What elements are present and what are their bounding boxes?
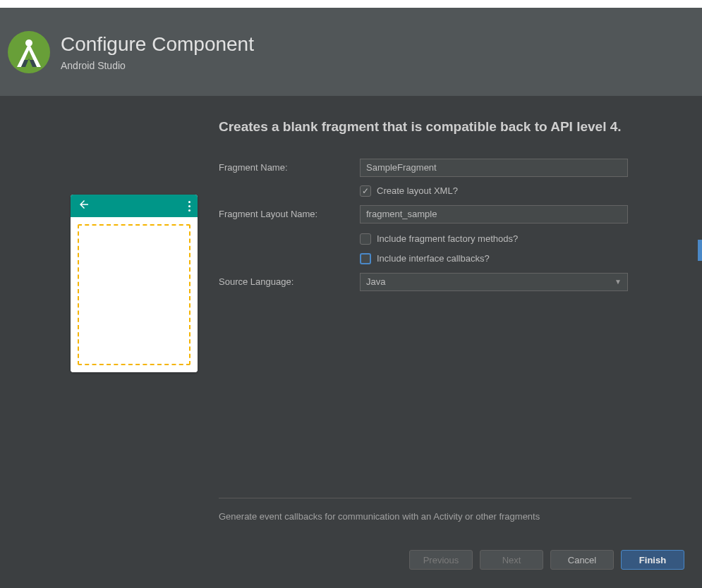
- svg-point-0: [8, 31, 50, 73]
- cancel-button[interactable]: Cancel: [550, 550, 614, 570]
- preview-body: [71, 217, 198, 372]
- right-edge-accent: [698, 240, 702, 261]
- fragment-name-input[interactable]: [360, 159, 628, 177]
- preview-column: [71, 117, 205, 540]
- form-column: Creates a blank fragment that is compati…: [205, 117, 631, 540]
- include-factory-row[interactable]: Include fragment factory methods?: [360, 233, 631, 245]
- finish-button[interactable]: Finish: [621, 550, 684, 570]
- fragment-name-label: Fragment Name:: [219, 162, 360, 173]
- preview-appbar: [71, 195, 198, 217]
- dialog-header: Configure Component Android Studio: [0, 8, 702, 96]
- source-language-label: Source Language:: [219, 276, 360, 287]
- dialog-button-bar: Previous Next Cancel Finish: [0, 540, 702, 580]
- next-button: Next: [480, 550, 543, 570]
- dialog-content: Creates a blank fragment that is compati…: [0, 96, 702, 540]
- fragment-preview: [71, 195, 198, 372]
- dialog-title: Configure Component: [61, 33, 254, 56]
- include-interface-checkbox[interactable]: [360, 253, 371, 264]
- fragment-layout-name-label: Fragment Layout Name:: [219, 209, 360, 219]
- chevron-down-icon: ▼: [615, 278, 622, 286]
- top-white-bar: [0, 0, 702, 8]
- create-layout-xml-checkbox[interactable]: [360, 185, 371, 197]
- include-factory-label: Include fragment factory methods?: [377, 233, 518, 244]
- previous-button: Previous: [409, 550, 473, 570]
- overflow-menu-icon: [188, 201, 190, 212]
- create-layout-xml-label: Create layout XML?: [377, 185, 458, 196]
- include-interface-label: Include interface callbacks?: [377, 253, 490, 264]
- create-layout-xml-row[interactable]: Create layout XML?: [360, 185, 631, 197]
- form-heading: Creates a blank fragment that is compati…: [219, 117, 631, 137]
- fragment-layout-name-input[interactable]: [360, 205, 628, 223]
- source-language-select[interactable]: Java ▼: [360, 273, 628, 291]
- preview-dashed-placeholder: [78, 224, 190, 365]
- back-arrow-icon: [78, 198, 90, 214]
- form-grid: Fragment Name: Create layout XML? Fragme…: [219, 159, 631, 291]
- android-studio-logo: [7, 30, 51, 74]
- source-language-value: Java: [366, 276, 385, 287]
- include-factory-checkbox[interactable]: [360, 233, 371, 245]
- include-interface-row[interactable]: Include interface callbacks?: [360, 253, 631, 264]
- dialog-subtitle: Android Studio: [61, 60, 254, 71]
- form-footer-description: Generate event callbacks for communicati…: [219, 498, 631, 540]
